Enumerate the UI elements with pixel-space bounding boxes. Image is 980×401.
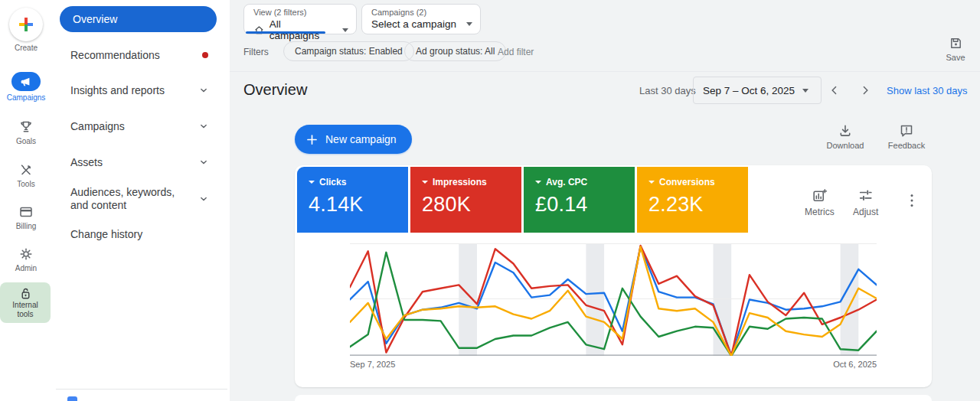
nav-insights-label: Insights and reports xyxy=(70,84,165,96)
date-prev-button[interactable] xyxy=(824,80,845,101)
adjust-button[interactable]: Adjust xyxy=(853,187,878,217)
scorecard-metric-name: Clicks xyxy=(319,177,346,187)
scorecard-value: £0.14 xyxy=(535,193,635,217)
topbar-divider xyxy=(230,71,980,72)
tile-caret-icon xyxy=(422,181,428,184)
scorecard-metric-name: Impressions xyxy=(433,177,487,187)
rail-tools-label: Tools xyxy=(17,180,34,188)
scorecard-clicks[interactable]: Clicks 4.14K xyxy=(297,167,408,233)
scorecard-impressions[interactable]: Impressions 280K xyxy=(410,167,521,233)
rail-item-tools[interactable]: Tools xyxy=(0,162,52,188)
performance-chart-area xyxy=(350,243,877,356)
nav-audiences-label: Audiences, keywords, and content xyxy=(70,186,187,212)
dropdown-caret-icon xyxy=(342,28,348,32)
lock-icon xyxy=(18,286,33,301)
tools-icon xyxy=(18,162,34,178)
gear-icon xyxy=(18,246,34,262)
feedback-button[interactable]: Feedback xyxy=(885,123,928,150)
create-circle[interactable] xyxy=(9,8,43,41)
view-picker-label: View (2 filters) xyxy=(253,8,348,18)
metrics-button[interactable]: Metrics xyxy=(805,187,835,217)
download-button[interactable]: Download xyxy=(824,123,867,150)
adjust-label: Adjust xyxy=(853,207,878,217)
adjust-sliders-icon xyxy=(858,187,874,204)
nav-item-assets[interactable]: Assets xyxy=(52,149,230,175)
download-icon xyxy=(838,123,853,139)
rail-item-campaigns[interactable]: Campaigns xyxy=(0,72,52,102)
date-range-preset-label: Last 30 days xyxy=(639,85,696,96)
rail-billing-label: Billing xyxy=(16,222,37,230)
date-next-button[interactable] xyxy=(854,80,876,101)
overview-chart xyxy=(350,243,877,356)
chevron-down-icon xyxy=(198,84,210,96)
feedback-icon xyxy=(899,123,914,139)
filter-chip-campaign-status[interactable]: Campaign status: Enabled xyxy=(283,41,414,61)
date-range-value: Sep 7 – Oct 6, 2025 xyxy=(703,85,795,96)
new-campaign-button[interactable]: New campaign xyxy=(295,125,412,154)
chevron-down-icon xyxy=(198,193,210,205)
more-options-kebab-icon[interactable] xyxy=(906,193,918,208)
tile-caret-icon xyxy=(535,181,541,184)
trophy-icon xyxy=(18,119,34,135)
create-label: Create xyxy=(15,44,38,52)
scorecard-value: 4.14K xyxy=(309,193,408,217)
home-icon xyxy=(253,24,265,36)
next-card-edge xyxy=(295,395,932,401)
metrics-label: Metrics xyxy=(805,207,835,217)
rail-campaigns-label: Campaigns xyxy=(7,93,46,102)
nav-recommendations-label: Recommendations xyxy=(70,49,160,61)
scorecard-avg-cpc[interactable]: Avg. CPC £0.14 xyxy=(524,167,635,233)
save-button[interactable]: Save xyxy=(940,36,971,62)
feedback-label: Feedback xyxy=(888,141,925,150)
nav-item-recommendations[interactable]: Recommendations xyxy=(52,42,230,68)
add-filter-button[interactable]: Add filter xyxy=(498,47,534,57)
google-ads-screen: Create Campaigns Goals xyxy=(0,0,980,401)
campaign-picker[interactable]: Campaigns (2) Select a campaign xyxy=(361,4,481,34)
tile-caret-icon xyxy=(648,181,655,184)
create-button[interactable]: Create xyxy=(0,8,52,52)
save-label: Save xyxy=(946,53,965,62)
nav-divider xyxy=(56,389,227,390)
view-picker-active-underline xyxy=(246,31,325,34)
view-picker-value: All campaigns xyxy=(270,18,333,41)
rail-item-admin[interactable]: Admin xyxy=(0,246,52,272)
nav-item-audiences[interactable]: Audiences, keywords, and content xyxy=(52,182,230,216)
view-picker[interactable]: View (2 filters) All campaigns xyxy=(243,4,357,34)
rail-item-goals[interactable]: Goals xyxy=(0,119,52,145)
filters-label: Filters xyxy=(243,47,269,57)
partial-icon xyxy=(67,396,77,401)
recommendations-alert-dot xyxy=(202,52,208,58)
icon-rail: Create Campaigns Goals xyxy=(0,0,52,401)
chevron-right-icon xyxy=(859,84,871,96)
campaign-picker-value: Select a campaign xyxy=(371,18,456,30)
nav-overview-label: Overview xyxy=(73,13,117,25)
metrics-chart-icon xyxy=(812,187,828,204)
nav-item-change-history[interactable]: Change history xyxy=(52,221,230,247)
page-title: Overview xyxy=(243,81,307,99)
filter-chip-ad-group-status[interactable]: Ad group status: All xyxy=(404,41,506,61)
dropdown-caret-icon xyxy=(802,89,808,93)
scorecard-conversions[interactable]: Conversions 2.23K xyxy=(637,167,748,233)
rail-item-billing[interactable]: Billing xyxy=(0,204,52,230)
tile-caret-icon xyxy=(309,181,315,184)
chevron-down-icon xyxy=(198,156,210,168)
rail-item-internal-tools[interactable]: Internal tools xyxy=(0,282,51,323)
scorecard-metric-name: Avg. CPC xyxy=(546,177,587,187)
overview-card: Clicks 4.14K Impressions 280K Avg. CPC xyxy=(295,165,932,387)
save-icon xyxy=(949,36,963,51)
show-last-30-days-link[interactable]: Show last 30 days xyxy=(887,85,968,96)
dropdown-caret-icon xyxy=(466,22,472,26)
billing-card-icon xyxy=(18,204,34,220)
nav-item-insights-reports[interactable]: Insights and reports xyxy=(52,77,230,103)
date-range-picker[interactable]: Sep 7 – Oct 6, 2025 xyxy=(693,77,822,104)
megaphone-icon xyxy=(20,76,32,88)
rail-goals-label: Goals xyxy=(16,137,36,145)
campaign-picker-label: Campaigns (2) xyxy=(371,8,472,18)
chevron-left-icon xyxy=(828,84,841,96)
nav-item-campaigns[interactable]: Campaigns xyxy=(52,113,230,139)
multicolor-plus-icon xyxy=(18,16,34,33)
new-campaign-label: New campaign xyxy=(325,133,397,145)
nav-item-overview[interactable]: Overview xyxy=(60,6,217,32)
rail-admin-label: Admin xyxy=(15,264,37,272)
nav-panel: Overview Recommendations Insights and re… xyxy=(52,0,230,401)
